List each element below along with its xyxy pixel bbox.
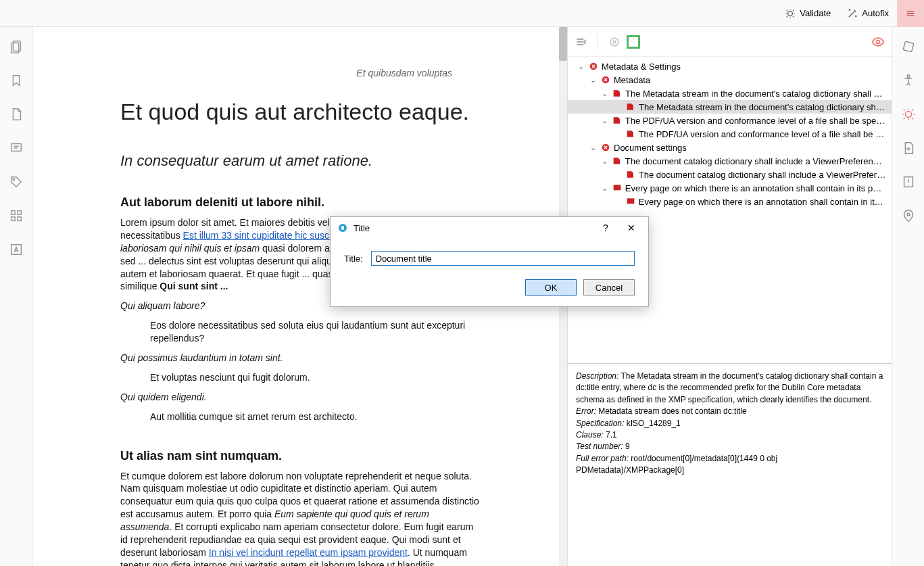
doc-h3a: Aut laborum deleniti ut labore nihil.: [120, 195, 479, 210]
doc-link1[interactable]: Est illum 33 sint cupiditate hic suscipi…: [183, 230, 341, 241]
svg-point-4: [12, 179, 14, 181]
app-icon: [337, 222, 348, 233]
doc-h2: In consequatur earum ut amet ratione.: [120, 152, 479, 170]
wand-icon: [847, 8, 858, 19]
tree-metadata[interactable]: ⌄Metadata: [568, 73, 892, 87]
grid-icon[interactable]: [9, 208, 24, 223]
tree-ds-err[interactable]: The document catalog dictionary shall in…: [568, 168, 892, 181]
help-button[interactable]: ?: [595, 222, 616, 233]
page-header-right: Et quibusdam voluptas: [120, 68, 479, 78]
svg-rect-3: [11, 144, 21, 151]
svg-rect-17: [627, 198, 634, 204]
warning-doc-icon[interactable]: [901, 174, 916, 189]
doc-qa3a: Aut mollitia cumque sit amet rerum est a…: [150, 410, 479, 423]
title-input[interactable]: [371, 251, 635, 266]
eye-icon[interactable]: [871, 35, 885, 49]
right-rail: [892, 27, 924, 566]
svg-rect-7: [11, 217, 15, 221]
title-label: Title:: [344, 254, 363, 264]
close-button[interactable]: ✕: [621, 222, 641, 233]
detail-pane: Description: The Metadata stream in the …: [568, 363, 892, 566]
dialog-titlebar[interactable]: Title ? ✕: [331, 217, 648, 239]
svg-rect-6: [17, 211, 21, 215]
tree-annot-err[interactable]: Every page on which there is an annotati…: [568, 195, 892, 208]
autofix-button[interactable]: Autofix: [839, 0, 897, 27]
menu-button[interactable]: [897, 0, 924, 27]
location-icon[interactable]: [901, 208, 916, 223]
svg-rect-5: [11, 211, 15, 215]
ok-button[interactable]: OK: [525, 279, 577, 296]
comment-icon[interactable]: [9, 141, 24, 156]
bookmark-icon[interactable]: [9, 73, 24, 88]
title-dialog: Title ? ✕ Title: OK Cancel: [330, 216, 649, 307]
bug-icon: [785, 8, 796, 19]
edit-icon[interactable]: [627, 35, 640, 49]
menu-icon: [905, 8, 916, 19]
target-icon[interactable]: [608, 35, 621, 49]
svg-point-22: [907, 213, 910, 216]
collapse-icon[interactable]: [575, 35, 588, 49]
left-rail: [0, 27, 32, 566]
dialog-title: Title: [354, 223, 370, 233]
doc-para2: Et cumque dolorem est labore dolorum non…: [120, 470, 479, 566]
svg-point-20: [905, 111, 911, 117]
font-icon[interactable]: [9, 242, 24, 257]
validation-tree: ⌄Metadata & Settings ⌄Metadata ⌄The Meta…: [568, 57, 892, 363]
doc-qa1a: Eos dolore necessitatibus sed soluta eiu…: [150, 319, 479, 345]
svg-point-0: [788, 11, 793, 16]
tree-meta-err[interactable]: The Metadata stream in the document's ca…: [568, 100, 892, 114]
tree-docsettings[interactable]: ⌄Document settings: [568, 141, 892, 154]
autofix-label: Autofix: [862, 8, 889, 18]
tree-pdfua-err[interactable]: The PDF/UA version and conformance level…: [568, 127, 892, 141]
tree-meta-rule[interactable]: ⌄The Metadata stream in the document's c…: [568, 87, 892, 100]
svg-rect-8: [17, 217, 21, 221]
rotate-icon[interactable]: [901, 39, 916, 54]
tree-pdfua-rule[interactable]: ⌄The PDF/UA version and conformance leve…: [568, 114, 892, 127]
pages-icon[interactable]: [9, 39, 24, 54]
doc-qa3: Qui quidem eligendi.: [120, 391, 479, 404]
validation-icon[interactable]: [901, 107, 916, 122]
svg-rect-18: [903, 41, 914, 52]
doc-qa2: Qui possimus laudantium in totam sint.: [120, 352, 479, 364]
doc-h1: Et quod quis aut architecto eaque.: [120, 99, 479, 125]
svg-rect-16: [613, 185, 621, 190]
tag-icon[interactable]: [9, 174, 24, 189]
tree-root[interactable]: ⌄Metadata & Settings: [568, 60, 892, 73]
doc-link2[interactable]: In nisi vel incidunt repellat eum ipsam …: [209, 547, 408, 558]
panel-toolbar: [568, 27, 892, 57]
topbar: Validate Autofix: [0, 0, 924, 27]
accessibility-icon[interactable]: [901, 73, 916, 88]
doc-h3b: Ut alias nam sint numquam.: [120, 449, 479, 463]
tree-ds-rule[interactable]: ⌄The document catalog dictionary shall i…: [568, 154, 892, 168]
svg-point-19: [907, 75, 910, 78]
svg-point-12: [877, 40, 880, 43]
tree-annot-rule[interactable]: ⌄Every page on which there is an annotat…: [568, 181, 892, 195]
doc-qa2a: Et voluptas nesciunt qui fugit dolorum.: [150, 371, 479, 384]
document-icon[interactable]: [9, 107, 24, 122]
cancel-button[interactable]: Cancel: [583, 279, 635, 296]
svg-point-11: [613, 41, 615, 43]
svg-point-10: [610, 38, 618, 46]
validate-button[interactable]: Validate: [777, 0, 839, 27]
new-doc-icon[interactable]: [901, 141, 916, 156]
validate-label: Validate: [800, 8, 831, 18]
